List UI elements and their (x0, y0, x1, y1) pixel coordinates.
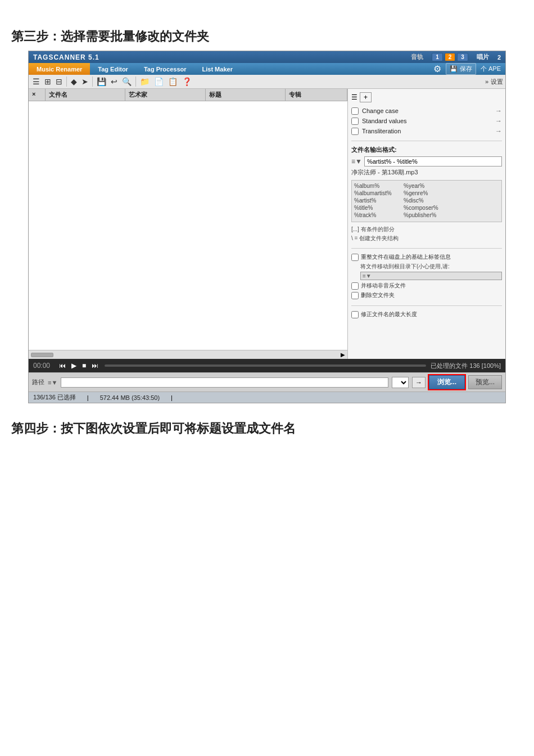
standard-values-label: Standard values (362, 118, 492, 124)
tab2-btn[interactable]: 2 (445, 53, 456, 61)
toolbar-grid2-btn[interactable]: ⊟ (54, 76, 64, 87)
option-transliteration: Transliteration → (351, 126, 502, 136)
col-title[interactable]: 标题 (206, 89, 286, 101)
change-case-checkbox[interactable] (351, 107, 359, 115)
toolbar-grid-btn[interactable]: ⊞ (43, 76, 53, 87)
standard-values-checkbox[interactable] (351, 118, 359, 125)
col-album[interactable]: 专辑 (286, 89, 347, 101)
col-filename[interactable]: 文件名 (46, 89, 125, 101)
menu-list-maker[interactable]: List Maker (194, 63, 241, 75)
move-non-music-checkbox[interactable] (351, 282, 359, 290)
delete-empty-checkbox[interactable] (351, 292, 359, 299)
tag-albumartist[interactable]: %albumartist% (354, 190, 399, 196)
preview-button[interactable]: 预览... (468, 375, 502, 389)
format-input[interactable] (364, 156, 502, 166)
path-input[interactable] (61, 377, 388, 388)
tab1-btn[interactable]: 1 (432, 53, 443, 61)
max-length-checkbox[interactable] (351, 311, 359, 318)
max-length-row: 修正文件名的最大长度 (351, 310, 502, 318)
reorganize-checkbox[interactable] (351, 254, 359, 261)
selected-count: 136/136 已选择 (33, 393, 76, 402)
divider3 (351, 305, 502, 306)
move-format-input[interactable] (360, 272, 502, 280)
ape-tab-label: 2 (497, 54, 501, 61)
toolbar-search-btn[interactable]: 🔍 (120, 76, 133, 87)
toolbar-question-btn[interactable]: ❓ (180, 76, 193, 87)
filename-format-title: 文件名输出格式: (351, 146, 502, 154)
transliteration-label: Transliteration (362, 128, 492, 134)
toolbar-list-btn[interactable]: ☰ (31, 76, 42, 87)
status-sep: | (87, 394, 89, 401)
tag-album[interactable]: %album% (354, 183, 399, 189)
toolbar-folder-btn[interactable]: 📁 (138, 76, 151, 87)
app-title: TAGSCANNER 5.1 (33, 53, 99, 61)
file-list-panel: × 文件名 艺术家 标题 专辑 ▶ (29, 89, 348, 359)
arrow-button[interactable]: → (412, 377, 426, 388)
path-dropdown[interactable] (392, 377, 409, 388)
save-button[interactable]: 💾 保存 (446, 63, 476, 75)
album-tab-label: 唱片 (477, 53, 489, 61)
play-btn[interactable]: ▶ (70, 361, 78, 370)
progress-bar (105, 364, 426, 367)
tab3-btn[interactable]: 3 (457, 53, 468, 61)
tag-genre[interactable]: %genre% (404, 190, 449, 196)
toolbar-undo-btn[interactable]: ↩ (109, 76, 119, 87)
tag-year[interactable]: %year% (404, 183, 449, 189)
toolbar-sep3 (135, 76, 136, 87)
menu-tag-editor[interactable]: Tag Editor (90, 63, 136, 75)
divider2 (351, 248, 502, 249)
info-conditional: [...] 有条件的部分 (351, 226, 502, 233)
col-sort[interactable]: × (29, 89, 46, 101)
title-bar-left: TAGSCANNER 5.1 (33, 53, 99, 61)
tag-publisher[interactable]: %publisher% (404, 212, 449, 218)
menu-tag-processor[interactable]: Tag Processor (136, 63, 194, 75)
change-case-label: Change case (362, 107, 492, 114)
tag-artist[interactable]: %artist% (354, 197, 399, 204)
format-input-row: ≡▼ (351, 156, 502, 166)
app-window: TAGSCANNER 5.1 音轨 1 2 3 唱片 2 Music Renam… (28, 51, 506, 403)
tag-track[interactable]: %track% (354, 212, 399, 218)
browse-button[interactable]: 浏览... (429, 375, 465, 389)
max-length-label: 修正文件名的最大长度 (361, 310, 417, 318)
col-artist[interactable]: 艺术家 (125, 89, 205, 101)
prev-btn[interactable]: ⏮ (57, 361, 67, 370)
toolbar-right: » 设置 (485, 78, 503, 86)
tag-title[interactable]: %title% (354, 205, 399, 211)
toolbar-arrow-btn[interactable]: ➤ (80, 76, 90, 87)
preview-filename: 净宗法师 - 第136期.mp3 (351, 168, 502, 177)
title-bar: TAGSCANNER 5.1 音轨 1 2 3 唱片 2 (29, 51, 505, 63)
footer-format-icon: ≡▼ (48, 379, 57, 386)
toolbar-file-btn[interactable]: 📄 (152, 76, 165, 87)
status-bar: 136/136 已选择 | 572.44 MB (35:43:50) | (29, 392, 505, 403)
title-bar-right: 音轨 1 2 3 唱片 2 (411, 53, 501, 61)
tags-row-5: %track% %publisher% (354, 212, 499, 218)
toolbar-copy-btn[interactable]: 📋 (166, 76, 179, 87)
file-size: 572.44 MB (35:43:50) (100, 394, 160, 401)
transliteration-checkbox[interactable] (351, 128, 359, 135)
stop-btn[interactable]: ■ (80, 361, 88, 370)
menu-music-renamer[interactable]: Music Renamer (29, 63, 90, 75)
move-non-music-row: 并移动非音乐文件 (351, 282, 502, 290)
next-btn[interactable]: ⏭ (90, 361, 100, 370)
tag-composer[interactable]: %composer% (404, 205, 449, 211)
toolbar-sep2 (92, 76, 93, 87)
list-icon: ☰ (351, 93, 357, 101)
scroll-thumb (31, 353, 53, 357)
delete-empty-row: 删除空文件夹 (351, 291, 502, 299)
ape-label: 个 APE (481, 65, 501, 73)
save-label: 保存 (460, 65, 472, 73)
delete-empty-label: 删除空文件夹 (361, 291, 395, 299)
tag-disc[interactable]: %disc% (404, 197, 449, 204)
change-case-arrow: → (495, 107, 502, 115)
file-list-body (29, 101, 347, 350)
info-folder: \ = 创建文件夹结构 (351, 235, 502, 242)
move-non-music-label: 并移动非音乐文件 (361, 282, 406, 290)
standard-values-arrow: → (495, 117, 502, 125)
add-option-btn[interactable]: + (360, 92, 372, 102)
toolbar-diamond-btn[interactable]: ◆ (69, 76, 79, 87)
file-list-header: × 文件名 艺术家 标题 专辑 (29, 89, 347, 101)
tags-row-2: %albumartist% %genre% (354, 190, 499, 196)
settings-label: 设置 (491, 78, 503, 86)
toolbar-save-btn[interactable]: 💾 (95, 76, 108, 87)
path-label: 路径 (32, 378, 44, 386)
